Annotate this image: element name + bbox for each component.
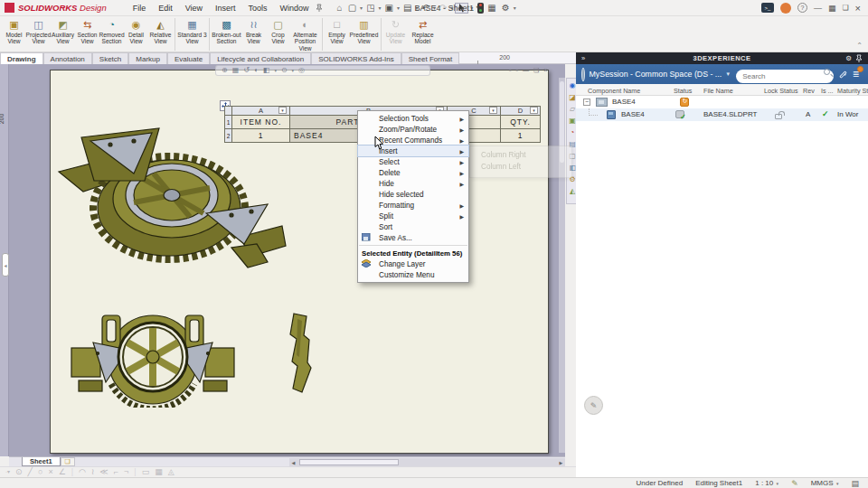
save-dropdown-icon[interactable]: ▾	[397, 5, 400, 11]
file-explorer-icon[interactable]: ▱	[570, 104, 575, 115]
menu-insert[interactable]: Insert	[209, 4, 242, 13]
col-file-name[interactable]: File Name	[703, 87, 733, 95]
home-button[interactable]: ⌂	[335, 2, 344, 14]
horizontal-scrollbar[interactable]: ◀ ▶	[289, 458, 565, 466]
col-component-name[interactable]: Component Name	[588, 87, 640, 95]
ribbon-section-view[interactable]: ⇆Section View	[75, 18, 99, 45]
col-maturity-state[interactable]: Maturity Sta	[837, 87, 868, 95]
window-layout-icon[interactable]: ▦	[828, 4, 836, 13]
drawing-view-front[interactable]	[68, 310, 238, 408]
units-dropdown-icon[interactable]: ▾	[835, 481, 839, 486]
menu-file[interactable]: File	[127, 4, 153, 13]
search-input[interactable]	[736, 70, 834, 83]
tab-drawing[interactable]: Drawing	[0, 52, 43, 64]
ribbon-standard-3-view[interactable]: ▦Standard 3 View	[177, 18, 207, 45]
help-icon[interactable]: ?	[797, 3, 807, 13]
add-sheet-button[interactable]: ❏	[61, 457, 75, 466]
ribbon-removed-section[interactable]: ◔Removed Section	[99, 18, 124, 45]
minimize-button[interactable]: —	[814, 4, 822, 13]
bom-cell-item-no[interactable]: ITEM NO.	[231, 115, 290, 129]
menu-view[interactable]: View	[179, 4, 209, 13]
scroll-left-icon[interactable]: ◀	[289, 460, 297, 465]
evaluate-table-button[interactable]: ▦	[486, 2, 497, 14]
ribbon-projected-view[interactable]: ◫Projected View	[26, 18, 51, 45]
column-a-dropdown-icon[interactable]: ▾	[278, 107, 287, 114]
section-view-icon[interactable]: ◐	[254, 66, 259, 75]
col-rev[interactable]: Rev	[803, 87, 815, 95]
new-dropdown-icon[interactable]: ▾	[360, 5, 363, 11]
menu-tools[interactable]: Tools	[242, 4, 274, 13]
scale-dropdown-icon[interactable]: ▾	[775, 481, 778, 486]
tag-filter-icon[interactable]	[839, 70, 846, 78]
col-status[interactable]: Status	[674, 87, 692, 95]
split-view-icon[interactable]: ▫	[515, 66, 517, 75]
sheet-scale[interactable]: 1 : 10 ▾	[755, 479, 778, 487]
ribbon-relative-view[interactable]: ◭Relative View	[148, 18, 173, 45]
ribbon-predefined-view[interactable]: ▥Predefined View	[349, 18, 379, 45]
collapse-expander-icon[interactable]: −	[583, 99, 590, 106]
panel-expand-handle[interactable]: ◂	[2, 253, 9, 277]
component-row-base4-part[interactable]: BASE4 ✓ BASE4.SLDPRT A ✓ In Wor	[576, 108, 868, 121]
tab-annotation[interactable]: Annotation	[43, 52, 92, 64]
user-add-icon[interactable]: ◭	[570, 186, 575, 197]
zoom-to-area-icon[interactable]: ▦	[232, 66, 240, 75]
vertical-scrollbar[interactable]	[559, 78, 565, 453]
menu-item-selection-tools[interactable]: Selection Tools▶	[358, 113, 468, 124]
close-button[interactable]: ×	[855, 3, 861, 14]
tab-evaluate[interactable]: Evaluate	[167, 52, 210, 64]
zoom-to-fit-icon[interactable]: ⊕	[222, 66, 228, 75]
open-button[interactable]: ◳	[364, 2, 376, 14]
panel-gear-icon[interactable]: ⚙	[845, 54, 852, 62]
print-button[interactable]: ▤	[401, 2, 413, 14]
menu-item-split[interactable]: Split▶	[358, 211, 468, 221]
sheet-tab-sheet1[interactable]: Sheet1	[22, 457, 61, 466]
dropdown-icon[interactable]: ▾	[274, 66, 277, 75]
doc-restore-button[interactable]: ❏	[533, 66, 539, 75]
tab-lifecycle-and-collaboration[interactable]: Lifecycle and Collaboration	[210, 52, 311, 64]
menu-item-customize-menu[interactable]: Customize Menu	[358, 269, 468, 280]
session-avatar[interactable]	[581, 68, 585, 81]
panel-pin-icon[interactable]	[855, 54, 863, 62]
unit-system[interactable]: MMGS ▾	[811, 479, 839, 487]
scrollbar-thumb[interactable]	[299, 459, 399, 465]
drawing-view-side[interactable]	[285, 312, 314, 395]
open-dropdown-icon[interactable]: ▾	[379, 5, 382, 11]
ribbon-broken-out-section[interactable]: ▩Broken-out Section	[212, 18, 241, 45]
ribbon-auxiliary-view[interactable]: ◩Auxiliary View	[51, 18, 75, 45]
split-view-icon[interactable]: ▫	[509, 66, 511, 75]
options-gear-icon[interactable]: ⚙	[500, 2, 512, 14]
restore-button[interactable]: ❏	[842, 4, 848, 12]
submenu-column-left[interactable]: Column Left	[470, 161, 571, 173]
scroll-right-icon[interactable]: ▶	[557, 460, 565, 465]
component-row-base4-drawing[interactable]: − BASE4	[576, 96, 868, 108]
menu-item-sort[interactable]: Sort	[358, 221, 468, 232]
tab-markup[interactable]: Markup	[128, 52, 167, 64]
options-dropdown-icon[interactable]: ▾	[514, 5, 516, 11]
column-c-dropdown-icon[interactable]: ▾	[489, 107, 497, 114]
view-palette-icon[interactable]: ▣	[569, 116, 576, 127]
session-space-selector[interactable]: MySession - Common Space (DS - ...	[590, 70, 722, 79]
menu-window[interactable]: Window	[274, 4, 316, 13]
console-icon[interactable]: >_	[761, 3, 774, 13]
markup-pencil-icon[interactable]: ✎	[791, 479, 798, 488]
tab-solidworks-add-ins[interactable]: SOLIDWORKS Add-Ins	[311, 52, 401, 64]
bom-cell-qty-1[interactable]: 1	[500, 128, 541, 143]
ribbon-crop-view[interactable]: ▢Crop View	[266, 18, 290, 45]
ribbon-collapse-chevron-icon[interactable]: ⌃	[856, 42, 863, 50]
doc-minimize-button[interactable]: —	[523, 66, 529, 75]
column-d-dropdown-icon[interactable]: ▾	[530, 107, 538, 114]
menu-item-select[interactable]: Select▶	[358, 156, 468, 167]
user-avatar[interactable]	[780, 3, 791, 14]
menu-edit[interactable]: Edit	[152, 4, 179, 13]
ribbon-break-view[interactable]: ≀≀Break View	[241, 18, 266, 45]
sketch-assistant-icon[interactable]: ✎	[584, 396, 603, 415]
ribbon-empty-view[interactable]: □Empty View	[325, 18, 349, 45]
ribbon-replace-model[interactable]: ⇄Replace Model	[408, 18, 438, 45]
menu-item-change-layer[interactable]: Change Layer	[358, 258, 468, 269]
collapse-panel-icon[interactable]: »	[581, 54, 585, 62]
display-style-icon[interactable]: ⊙	[281, 66, 288, 75]
search-icon[interactable]	[824, 69, 830, 75]
col-lock-status[interactable]: Lock Status	[764, 87, 798, 95]
tab-sheet-format[interactable]: Sheet Format	[401, 52, 459, 64]
appearances-icon[interactable]: ◔	[571, 127, 575, 138]
